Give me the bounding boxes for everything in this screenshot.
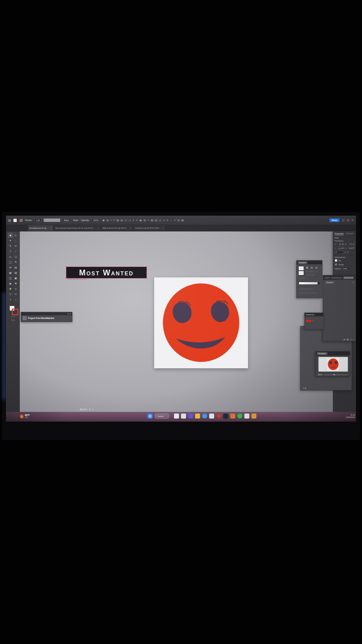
selection-tool-icon[interactable]: ▲ bbox=[8, 233, 13, 238]
share-button[interactable]: Share bbox=[329, 218, 340, 222]
free-transform-tool-icon[interactable]: ▦ bbox=[8, 270, 13, 275]
gradient-location-row[interactable] bbox=[299, 292, 316, 294]
control-icon[interactable]: ≡ bbox=[148, 219, 149, 222]
mesh-tool-icon[interactable]: ▣ bbox=[13, 276, 18, 281]
artboard-tool-icon[interactable]: ▽ bbox=[8, 292, 13, 297]
red-color-swatch[interactable] bbox=[306, 320, 311, 322]
direct-selection-tool-icon[interactable]: ▷ bbox=[13, 233, 18, 238]
rotate-field[interactable]: 0° bbox=[335, 251, 344, 254]
gradient-stroke-box[interactable] bbox=[298, 271, 304, 275]
document-icon[interactable]: ▢ bbox=[342, 219, 345, 222]
tab-properties[interactable]: Properties bbox=[335, 232, 344, 235]
h-field[interactable]: 56.8752 bbox=[348, 247, 354, 250]
control-icon[interactable]: ≍ bbox=[136, 219, 138, 222]
document-tab[interactable]: Untitled-4 @ 66.67% (CMYK/GPU Preview)✕ bbox=[133, 225, 166, 231]
zoom-dropdown-icon[interactable]: ▾ bbox=[89, 408, 90, 411]
powerpoint-icon[interactable] bbox=[230, 414, 235, 419]
tab-close-icon[interactable]: ✕ bbox=[98, 227, 99, 229]
panel-menu-icon[interactable] bbox=[68, 313, 69, 314]
panel-list-icon[interactable]: ≡ ▤ bbox=[303, 387, 306, 389]
lasso-tool-icon[interactable]: ◌ bbox=[13, 238, 18, 243]
selection-handle[interactable] bbox=[66, 278, 67, 279]
line-tool-icon[interactable]: ∕ bbox=[13, 249, 18, 254]
screen-mode-icon[interactable]: ⋯ bbox=[12, 322, 14, 324]
artboard-nav-value[interactable]: 1 bbox=[92, 408, 94, 411]
selected-text-object[interactable]: Most Wanted bbox=[66, 267, 147, 278]
control-icon[interactable]: ▭ bbox=[129, 219, 131, 222]
navigator-zoom-slider[interactable] bbox=[324, 375, 348, 375]
notepad-icon[interactable] bbox=[174, 414, 179, 419]
shape-builder-tool-icon[interactable]: ▧ bbox=[13, 270, 18, 275]
workspace-menu-icon[interactable]: ≡ bbox=[352, 219, 353, 222]
control-icon[interactable]: ¶ bbox=[114, 219, 115, 222]
tab-asset-export[interactable]: Asset Export bbox=[331, 277, 342, 279]
file-icon[interactable] bbox=[181, 414, 186, 419]
control-icon[interactable]: ▤ bbox=[143, 219, 146, 222]
artboard[interactable] bbox=[154, 277, 248, 368]
media-icon[interactable] bbox=[216, 413, 222, 419]
discord-icon[interactable] bbox=[188, 414, 193, 419]
control-icon[interactable]: ⋯ bbox=[170, 219, 173, 222]
control-icon[interactable]: ▤ bbox=[106, 219, 109, 222]
tab-close-icon[interactable]: ✕ bbox=[130, 227, 131, 229]
tab-layers[interactable]: Layers bbox=[324, 277, 330, 279]
gradient-type-icons[interactable]: ▦ ▤ ▧ bbox=[306, 266, 318, 269]
photoshop-icon[interactable] bbox=[244, 414, 249, 419]
x-field[interactable]: -43.587 bbox=[337, 243, 344, 246]
paintbrush-tool-icon[interactable]: ◻ bbox=[13, 254, 18, 259]
file-explorer-icon[interactable] bbox=[195, 414, 200, 419]
canvas[interactable]: Most Wanted bbox=[19, 231, 333, 412]
stroke-weight-dropdown[interactable]: 1 pt bbox=[35, 218, 42, 222]
stroke-color-swatch[interactable] bbox=[335, 263, 338, 266]
control-icon[interactable]: ▤ bbox=[177, 219, 180, 222]
width-tool-icon[interactable]: ▤ bbox=[13, 265, 18, 270]
y-field[interactable]: 31.0659 bbox=[337, 247, 344, 250]
swatches-panel-tab[interactable]: Swatches bbox=[306, 314, 314, 316]
add-library-icon[interactable]: + bbox=[353, 281, 354, 284]
control-icon[interactable]: ▣ bbox=[102, 219, 105, 222]
pen-tool-icon[interactable]: ✎ bbox=[8, 244, 13, 249]
control-icon[interactable]: ▾ bbox=[167, 219, 168, 222]
settings-icon[interactable] bbox=[251, 414, 256, 419]
opacity-dropdown[interactable]: 100% bbox=[92, 218, 101, 222]
face-circle[interactable] bbox=[163, 283, 239, 362]
navigator-tab[interactable]: Navigator bbox=[317, 352, 327, 355]
fill-swatch[interactable] bbox=[13, 218, 17, 222]
taskbar-clock[interactable]: 21:13 12/05/2023 bbox=[346, 414, 355, 419]
control-icon[interactable]: ▧ bbox=[155, 219, 157, 222]
curvature-tool-icon[interactable]: ✏ bbox=[13, 244, 18, 249]
shaper-tool-icon[interactable]: ◯ bbox=[8, 260, 13, 265]
tab-comments[interactable]: Comments bbox=[343, 276, 354, 279]
selection-handle[interactable] bbox=[146, 266, 147, 267]
scale-tool-icon[interactable]: ⇄ bbox=[8, 265, 13, 270]
arrange-documents-icon[interactable]: ◫ bbox=[347, 219, 350, 222]
blend-tool-icon[interactable]: ❖ bbox=[13, 281, 18, 286]
gradient-tool-icon[interactable]: ◫ bbox=[8, 276, 13, 281]
taskbar-search[interactable]: ⌕ Search bbox=[155, 414, 169, 419]
navigator-slider-thumb[interactable] bbox=[334, 374, 335, 375]
graph-tool-icon[interactable]: ≡ bbox=[13, 286, 18, 291]
flip-horizontal-icon[interactable]: ⇆ bbox=[345, 251, 346, 253]
control-icon[interactable]: ▦ bbox=[151, 219, 153, 222]
gradient-option-row[interactable] bbox=[306, 271, 317, 272]
zoom-level[interactable]: 66.67% bbox=[80, 408, 87, 411]
links-panel-header[interactable] bbox=[21, 312, 72, 315]
gradient-stop-icon[interactable] bbox=[317, 282, 320, 284]
tab-libraries[interactable]: Libraries bbox=[346, 232, 353, 235]
selection-handle[interactable] bbox=[66, 266, 67, 267]
color-mode-icons[interactable]: ▪ ▫ ▪ bbox=[11, 316, 15, 318]
eyedropper-tool-icon[interactable]: ◉ bbox=[8, 281, 13, 286]
gradient-stops-row[interactable] bbox=[299, 288, 313, 290]
tab-close-icon[interactable]: ✕ bbox=[163, 227, 164, 229]
panel-close-icon[interactable] bbox=[70, 313, 71, 314]
control-icon[interactable]: ▦ bbox=[117, 219, 119, 222]
fill-color-swatch[interactable] bbox=[335, 259, 338, 262]
slice-tool-icon[interactable]: ✂ bbox=[13, 292, 18, 297]
control-icon[interactable]: ▦ bbox=[181, 219, 184, 222]
gradient-angle-row[interactable] bbox=[299, 277, 305, 279]
magic-wand-tool-icon[interactable]: ✦ bbox=[8, 238, 13, 243]
rotate-tool-icon[interactable]: ↻ bbox=[13, 260, 18, 265]
gradient-panel-tab[interactable]: Gradient bbox=[298, 261, 307, 264]
control-icon[interactable]: ≡ bbox=[110, 219, 112, 222]
control-icon[interactable]: ≡ bbox=[174, 219, 176, 222]
